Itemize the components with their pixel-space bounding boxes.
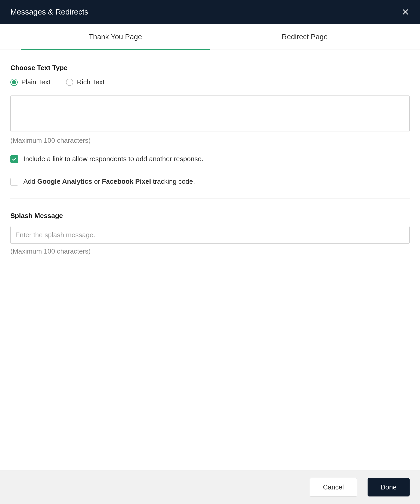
tracking-mid: or xyxy=(92,178,102,185)
modal-header: Messages & Redirects xyxy=(0,0,420,24)
tracking-suffix: tracking code. xyxy=(151,178,195,185)
text-type-radio-group: Plain Text Rich Text xyxy=(10,78,410,86)
section-divider xyxy=(10,199,410,199)
check-icon xyxy=(12,156,17,162)
radio-rich-label: Rich Text xyxy=(77,78,104,86)
tracking-prefix: Add xyxy=(23,178,37,185)
radio-plain-label: Plain Text xyxy=(21,78,50,86)
modal-footer: Cancel Done xyxy=(0,470,420,504)
done-button[interactable]: Done xyxy=(368,478,410,496)
message-textarea[interactable] xyxy=(10,96,410,132)
content-area: Choose Text Type Plain Text Rich Text (M… xyxy=(0,50,420,470)
cancel-button[interactable]: Cancel xyxy=(310,478,357,497)
tracking-bold-ga: Google Analytics xyxy=(37,178,92,185)
radio-circle-icon xyxy=(66,79,73,86)
checkbox-tracking-code[interactable] xyxy=(10,178,18,186)
message-helper-text: (Maximum 100 characters) xyxy=(10,137,410,145)
radio-circle-icon xyxy=(10,79,18,86)
tab-thank-you[interactable]: Thank You Page xyxy=(21,24,210,50)
checkbox-include-link[interactable] xyxy=(10,155,18,163)
checkbox-row-include-link: Include a link to allow respondents to a… xyxy=(10,155,410,163)
modal-title: Messages & Redirects xyxy=(10,8,88,16)
tab-bar: Thank You Page Redirect Page xyxy=(0,24,420,50)
text-type-label: Choose Text Type xyxy=(10,64,410,72)
checkbox-include-link-label: Include a link to allow respondents to a… xyxy=(23,155,204,163)
tracking-bold-fb: Facebook Pixel xyxy=(102,178,151,185)
radio-plain-text[interactable]: Plain Text xyxy=(10,78,50,86)
close-button[interactable] xyxy=(401,8,410,16)
splash-helper-text: (Maximum 100 characters) xyxy=(10,247,410,255)
radio-rich-text[interactable]: Rich Text xyxy=(66,78,104,86)
checkbox-row-tracking: Add Google Analytics or Facebook Pixel t… xyxy=(10,178,410,186)
close-icon xyxy=(402,8,409,16)
splash-input[interactable] xyxy=(10,226,410,244)
tab-redirect[interactable]: Redirect Page xyxy=(210,24,399,50)
checkbox-tracking-label: Add Google Analytics or Facebook Pixel t… xyxy=(23,178,195,186)
splash-section: Splash Message (Maximum 100 characters) xyxy=(10,212,410,255)
splash-label: Splash Message xyxy=(10,212,410,220)
